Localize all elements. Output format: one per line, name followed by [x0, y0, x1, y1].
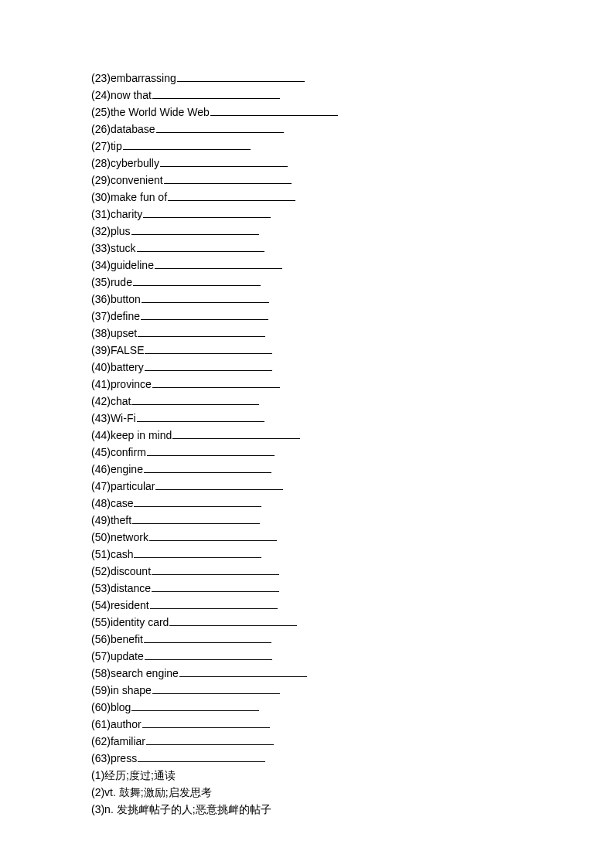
fill-row: (58)search engine	[91, 665, 614, 682]
fill-row: (63)press	[91, 750, 614, 767]
fill-label: (59)in shape	[91, 684, 152, 696]
fill-label: (31)charity	[91, 208, 142, 220]
fill-row: (44)keep in mind	[91, 427, 614, 444]
blank-line	[169, 614, 297, 626]
fill-label: (48)case	[91, 497, 133, 509]
fill-row: (32)plus	[91, 223, 614, 240]
fill-row: (45)confirm	[91, 444, 614, 461]
fill-row: (60)blog	[91, 699, 614, 716]
fill-label: (56)benefit	[91, 633, 143, 645]
fill-row: (59)in shape	[91, 682, 614, 699]
fill-label: (23)embarrassing	[91, 72, 176, 84]
fill-label: (52)discount	[91, 565, 151, 577]
fill-label: (60)blog	[91, 701, 131, 713]
fill-label: (25)the World Wide Web	[91, 106, 210, 118]
fill-row: (43)Wi-Fi	[91, 410, 614, 427]
fill-row: (54)resident	[91, 597, 614, 614]
answer-row: (2)vt. 鼓舞;激励;启发思考	[91, 784, 614, 801]
fill-row: (53)distance	[91, 580, 614, 597]
blank-line	[143, 206, 271, 218]
fill-row: (29)convenient	[91, 172, 614, 189]
fill-label: (41)province	[91, 378, 152, 390]
blank-line	[142, 717, 270, 728]
fill-label: (26)database	[91, 123, 155, 135]
blank-line	[152, 87, 280, 99]
fill-label: (53)distance	[91, 582, 151, 594]
fill-label: (34)guideline	[91, 259, 154, 271]
fill-row: (55)identity card	[91, 614, 614, 631]
fill-label: (54)resident	[91, 599, 149, 611]
blank-line	[134, 546, 261, 558]
blank-line	[150, 597, 278, 609]
fill-label: (29)convenient	[91, 174, 163, 186]
fill-row: (52)discount	[91, 563, 614, 580]
fill-label: (40)battery	[91, 361, 144, 373]
fill-row: (62)familiar	[91, 733, 614, 750]
blank-line	[145, 342, 272, 354]
blank-line	[131, 393, 259, 405]
answer-row: (1)经历;度过;通读	[91, 767, 614, 784]
blank-line	[149, 529, 277, 541]
fill-row: (41)province	[91, 376, 614, 393]
fill-row: (36)button	[91, 291, 614, 308]
blank-line	[155, 478, 283, 490]
fill-label: (55)identity card	[91, 616, 169, 628]
blank-line	[137, 240, 264, 252]
blank-line	[131, 223, 259, 235]
fill-label: (49)theft	[91, 514, 131, 526]
blank-line	[155, 257, 282, 269]
blank-line	[156, 121, 284, 133]
fill-row: (31)charity	[91, 206, 614, 223]
blank-line	[152, 682, 280, 694]
fill-row: (57)update	[91, 648, 614, 665]
fill-row: (23)embarrassing	[91, 70, 614, 87]
fill-label: (58)search engine	[91, 667, 179, 679]
blank-line	[138, 325, 265, 337]
fill-row: (48)case	[91, 495, 614, 512]
fill-label: (32)plus	[91, 225, 131, 237]
blank-line	[160, 155, 288, 167]
fill-label: (30)make fun of	[91, 191, 167, 203]
fill-row: (30)make fun of	[91, 189, 614, 206]
fill-row: (39)FALSE	[91, 342, 614, 359]
fill-row: (35)rude	[91, 274, 614, 291]
blank-line	[137, 410, 264, 422]
fill-row: (50)network	[91, 529, 614, 546]
blank-line	[179, 665, 307, 677]
blank-line	[142, 291, 269, 303]
blank-line	[145, 359, 272, 371]
blank-line	[210, 104, 338, 116]
fill-label: (36)button	[91, 293, 141, 305]
fill-label: (38)upset	[91, 327, 137, 339]
fill-row: (28)cyberbully	[91, 155, 614, 172]
blank-line	[138, 751, 265, 762]
fill-label: (45)confirm	[91, 446, 146, 458]
blank-line	[164, 172, 292, 184]
fill-row: (27)tip	[91, 138, 614, 155]
blank-line	[147, 444, 275, 456]
blank-line	[131, 700, 259, 711]
fill-label: (39)FALSE	[91, 344, 144, 356]
fill-label: (37)define	[91, 310, 140, 322]
blank-line	[123, 138, 251, 150]
fill-row: (37)define	[91, 308, 614, 325]
fill-row: (61)author	[91, 716, 614, 733]
fill-label: (51)cash	[91, 548, 133, 560]
fill-label: (42)chat	[91, 395, 131, 407]
blank-line	[152, 580, 279, 592]
blank-line	[152, 376, 280, 388]
fill-label: (61)author	[91, 718, 142, 730]
blank-line	[145, 648, 272, 660]
fill-row: (51)cash	[91, 546, 614, 563]
blank-line	[144, 461, 271, 473]
fill-row: (34)guideline	[91, 257, 614, 274]
fill-label: (27)tip	[91, 140, 122, 152]
fill-label: (44)keep in mind	[91, 429, 172, 441]
fill-row: (42)chat	[91, 393, 614, 410]
blank-line	[141, 308, 268, 320]
fill-label: (43)Wi-Fi	[91, 412, 136, 424]
fill-label: (57)update	[91, 650, 144, 662]
fill-row: (26)database	[91, 121, 614, 138]
fill-label: (50)network	[91, 531, 148, 543]
fill-row: (49)theft	[91, 512, 614, 529]
